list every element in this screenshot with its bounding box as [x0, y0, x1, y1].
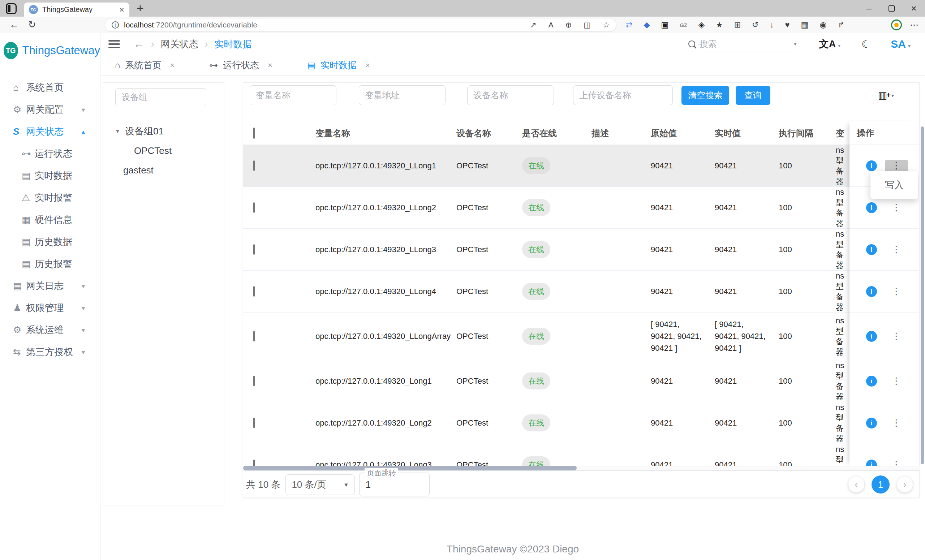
read-aloud-icon[interactable]: A [548, 21, 554, 29]
collections-icon[interactable]: ★ [716, 20, 723, 30]
breadcrumb-parent[interactable]: 网关状态 [161, 38, 198, 51]
global-search-input[interactable] [699, 39, 772, 49]
vertical-tabs-icon[interactable] [6, 3, 17, 14]
sidebar-item-realtime-data[interactable]: ▤实时数据 [0, 165, 100, 187]
query-button[interactable]: 查询 [736, 86, 770, 105]
apps-icon[interactable]: ▦ [801, 20, 809, 30]
info-button[interactable]: i [866, 331, 877, 342]
back-icon[interactable]: ← [9, 19, 19, 30]
row-checkbox[interactable] [253, 160, 255, 171]
info-button[interactable]: i [866, 202, 877, 213]
row-checkbox[interactable] [253, 459, 255, 466]
window-restore-button[interactable] [880, 0, 902, 17]
page-back-icon[interactable]: ← [134, 38, 145, 50]
user-menu[interactable]: SA▾ [891, 38, 911, 50]
search-caret-icon[interactable]: ▾ [794, 41, 797, 47]
sidebar-item-permission[interactable]: ♟权限管理▾ [0, 297, 100, 319]
copy-plus-icon[interactable]: ⊞ [734, 20, 741, 30]
shield-extension-icon[interactable]: ◆ [643, 20, 650, 30]
refresh-icon[interactable]: ↻ [28, 19, 36, 30]
row-checkbox[interactable] [253, 202, 255, 213]
row-checkbox[interactable] [253, 244, 255, 255]
address-bar[interactable]: i localhost:7200/tgruntime/devicevariabl… [105, 18, 616, 32]
row-checkbox[interactable] [253, 418, 255, 428]
tab-realtime-data[interactable]: ▤实时数据× [307, 59, 370, 71]
page-jump-value[interactable]: 1 [365, 479, 371, 490]
column-settings-icon[interactable]: ▥+▾ [878, 90, 894, 101]
info-button[interactable]: i [866, 160, 877, 171]
privacy-badge-icon[interactable]: ◉ [820, 20, 826, 30]
new-tab-button[interactable]: + [137, 1, 144, 15]
vertical-scrollbar[interactable] [920, 126, 924, 464]
sidebar-item-gateway-log[interactable]: ▤网关日志▾ [0, 275, 100, 297]
row-menu-button[interactable]: ⋮ [885, 375, 908, 387]
current-page-button[interactable]: 1 [872, 476, 890, 494]
window-minimize-button[interactable]: – [858, 0, 880, 17]
gitzip-icon[interactable]: GZ [679, 22, 687, 28]
sidebar-item-system-ops[interactable]: ⚙系统运维▾ [0, 319, 100, 341]
sidebar-item-history-alarm[interactable]: ▤历史报警 [0, 253, 100, 275]
write-menu-item[interactable]: 写入 [885, 179, 904, 191]
row-menu-button[interactable]: ⋮ [885, 244, 908, 256]
browser-menu-icon[interactable]: ⋯ [910, 18, 919, 32]
dark-extension-icon[interactable]: ▣ [661, 20, 669, 30]
sidebar-item-hardware-info[interactable]: ▦硬件信息 [0, 209, 100, 231]
sidebar-item-third-party[interactable]: ⇆第三方授权▾ [0, 341, 100, 363]
row-menu-button[interactable]: ⋮ [885, 285, 908, 298]
info-button[interactable]: i [866, 459, 877, 466]
row-checkbox[interactable] [253, 376, 255, 386]
history-icon[interactable]: ↺ [752, 20, 758, 30]
row-checkbox[interactable] [253, 286, 255, 297]
tab-close-icon[interactable]: × [365, 61, 370, 70]
favorite-star-icon[interactable]: ☆ [603, 21, 610, 29]
language-switch-icon[interactable]: 文A▾ [819, 38, 841, 51]
horizontal-scrollbar-thumb[interactable] [243, 466, 577, 470]
zoom-icon[interactable]: ⊕ [565, 21, 572, 29]
row-menu-button[interactable]: ⋮ [885, 459, 908, 466]
filter-variable-name-input[interactable] [250, 85, 336, 105]
tree-node-gastest[interactable]: gastest [103, 160, 224, 180]
profile-avatar[interactable] [891, 20, 902, 30]
tree-node-group[interactable]: ▾ 设备组01 [103, 121, 224, 141]
row-menu-button[interactable]: ⋮ [885, 202, 908, 214]
sidebar-item-home[interactable]: ⌂系统首页 [0, 77, 100, 99]
row-checkbox[interactable] [253, 331, 255, 342]
tab-run-status[interactable]: ⊶运行状态× [209, 59, 273, 71]
row-menu-button[interactable]: ⋮ [885, 417, 908, 429]
share-icon[interactable]: ↱ [838, 20, 844, 30]
tab-close-icon[interactable]: × [268, 61, 273, 70]
horizontal-scrollbar[interactable] [243, 466, 920, 470]
sidebar-item-gateway-status[interactable]: S网关状态▴ [0, 121, 100, 143]
sidebar-item-realtime-alarm[interactable]: ⚠实时报警 [0, 187, 100, 209]
sidebar-item-gateway-config[interactable]: ⚙网关配置▾ [0, 99, 100, 121]
browser-health-icon[interactable]: ♥ [785, 20, 790, 30]
sidebar-item-history-data[interactable]: ▤历史数据 [0, 231, 100, 253]
tab-home[interactable]: ⌂系统首页× [115, 59, 175, 71]
device-group-search-input[interactable] [115, 88, 206, 106]
translate-icon[interactable]: ⇄ [626, 20, 632, 30]
prev-page-button[interactable]: ‹ [848, 477, 864, 492]
info-button[interactable]: i [866, 244, 877, 255]
tree-caret-icon[interactable]: ▾ [116, 127, 119, 135]
page-jump-field[interactable]: 页面跳转 1 [359, 473, 429, 497]
tab-close-icon[interactable]: × [170, 61, 175, 70]
hamburger-icon[interactable] [108, 40, 120, 48]
theme-toggle-icon[interactable]: ☾ [862, 38, 871, 50]
browser-tab[interactable]: TG ThingsGateway × [24, 3, 130, 17]
filter-device-name-input[interactable] [467, 85, 554, 105]
tree-node-opctest[interactable]: OPCTest [103, 141, 224, 160]
tab-close-icon[interactable]: × [119, 5, 124, 15]
select-all-checkbox[interactable] [253, 128, 255, 139]
global-search[interactable]: ▾ [688, 36, 797, 52]
window-close-button[interactable]: × [902, 0, 925, 17]
page-size-select[interactable]: 10 条/页 ▼ [285, 474, 355, 495]
downloads-icon[interactable]: ↓ [770, 20, 774, 30]
puzzle-extension-icon[interactable]: ◈ [699, 20, 705, 30]
row-menu-button[interactable]: ⋮ [885, 160, 908, 172]
split-screen-icon[interactable]: ◫ [583, 21, 591, 29]
sidebar-item-run-status[interactable]: ⊶运行状态 [0, 143, 100, 165]
next-page-button[interactable]: › [897, 477, 913, 492]
info-button[interactable]: i [866, 376, 877, 387]
info-button[interactable]: i [866, 286, 877, 297]
open-in-new-icon[interactable]: ↗ [530, 21, 536, 29]
